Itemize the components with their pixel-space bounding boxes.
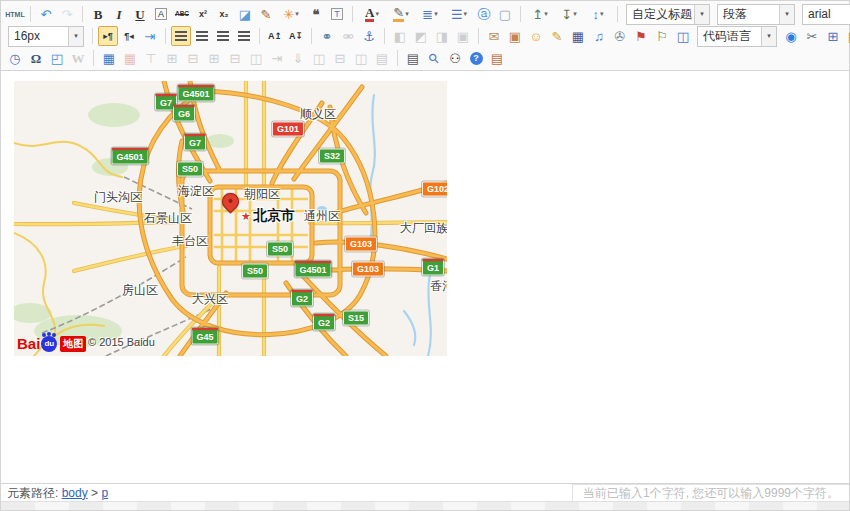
- pagebreak-button[interactable]: ✂: [802, 26, 822, 46]
- justifyjustify-button[interactable]: [234, 26, 254, 46]
- print-button[interactable]: ▤: [403, 48, 423, 68]
- strikethrough-button[interactable]: ABC: [172, 4, 192, 24]
- city-name: 北京市: [253, 207, 295, 225]
- tolowercase-button[interactable]: A↧: [286, 26, 306, 46]
- attachment-button[interactable]: ✇: [610, 26, 630, 46]
- baidu-map-image[interactable]: G4501G7G6G7G101S32G4501S50G102G103S50G1S…: [14, 81, 447, 356]
- undo-button[interactable]: ↶: [36, 4, 56, 24]
- source-button[interactable]: HTML: [5, 4, 25, 24]
- separator: [259, 28, 260, 44]
- formatmatch-button[interactable]: ✎: [256, 4, 276, 24]
- district-label: 石景山区: [144, 210, 192, 227]
- blockquote-button[interactable]: ❝: [306, 4, 326, 24]
- link-button[interactable]: ⚭: [317, 26, 337, 46]
- time-button[interactable]: ◷: [5, 48, 25, 68]
- backcolor-button[interactable]: ✎▾: [387, 4, 415, 24]
- spechars-button[interactable]: Ω: [26, 48, 46, 68]
- imagenone-button: ◧: [390, 26, 410, 46]
- preview-icon: ⚲: [426, 50, 442, 66]
- charts-icon: ▤: [376, 52, 388, 65]
- rowspacingtop-button[interactable]: ↥▾: [526, 4, 554, 24]
- insertunorderedlist-button[interactable]: ☰▾: [445, 4, 473, 24]
- background-button[interactable]: ▨: [844, 26, 850, 46]
- district-label: 顺义区: [300, 106, 336, 123]
- removeformat-button[interactable]: ◪: [235, 4, 255, 24]
- road-badge: G6: [173, 105, 195, 122]
- cleardoc-icon: ▢: [499, 8, 511, 21]
- attachment-icon: ✇: [615, 30, 626, 43]
- element-path-p-link[interactable]: p: [101, 486, 108, 500]
- italic-icon: I: [116, 8, 121, 21]
- music-button[interactable]: ♫: [589, 26, 609, 46]
- emotion-button[interactable]: ☺: [526, 26, 546, 46]
- road-badge: S50: [242, 264, 268, 279]
- rowspacingbottom-icon: ↧: [561, 8, 572, 21]
- strikethrough-icon: ABC: [175, 11, 189, 18]
- fontsize-combo[interactable]: 16px▾: [8, 26, 84, 47]
- underline-button[interactable]: U: [130, 4, 150, 24]
- superscript-icon: x²: [199, 10, 207, 19]
- forecolor-button[interactable]: A▾: [358, 4, 386, 24]
- editing-area[interactable]: G4501G7G6G7G101S32G4501S50G102G103S50G1S…: [1, 71, 849, 484]
- justifycenter-button[interactable]: [192, 26, 212, 46]
- subscript-button[interactable]: x₂: [214, 4, 234, 24]
- imagecenter-icon: ▣: [457, 30, 469, 43]
- lineheight-button[interactable]: ↕▾: [584, 4, 612, 24]
- webapp-button[interactable]: ◉: [781, 26, 801, 46]
- dropdown-arrow-icon: ▾: [600, 10, 604, 18]
- mergedown-icon: ⇓: [293, 52, 304, 65]
- insertorderedlist-button[interactable]: ≣▾: [416, 4, 444, 24]
- element-path-body-link[interactable]: body: [62, 486, 88, 500]
- justifyjustify-icon: [238, 31, 250, 41]
- pasteplain-button[interactable]: T: [327, 4, 347, 24]
- rich-text-editor: HTML↶↷BIUAABCx²x₂◪✎✳▾❝TA▾✎▾≣▾☰▾ⓐ▢↥▾↧▾↕▾自…: [0, 0, 850, 511]
- insertimage-button[interactable]: ▣: [505, 26, 525, 46]
- splittocells-icon: ◫: [313, 52, 325, 65]
- directionalityrtl-button[interactable]: ¶◂: [119, 26, 139, 46]
- help-button[interactable]: ?: [466, 48, 486, 68]
- gmap-button[interactable]: ⚐: [652, 26, 672, 46]
- mergecells-icon: ◫: [250, 52, 262, 65]
- snapscreen-button[interactable]: ◰: [47, 48, 67, 68]
- justifyright-button[interactable]: [213, 26, 233, 46]
- fontborder-button[interactable]: A: [151, 4, 171, 24]
- paragraph-combo[interactable]: 段落▾: [717, 4, 795, 25]
- fontfamily-combo[interactable]: arial▾: [802, 4, 850, 25]
- fontborder-icon: A: [155, 8, 167, 21]
- simpleupload-button[interactable]: ✉: [484, 26, 504, 46]
- customstyle-combo[interactable]: 自定义标题▾: [626, 4, 710, 25]
- italic-button[interactable]: I: [109, 4, 129, 24]
- fontfamily-value: arial: [803, 7, 850, 21]
- searchreplace-button[interactable]: ⚇: [445, 48, 465, 68]
- scrawl-button[interactable]: ✎: [547, 26, 567, 46]
- selectall-button[interactable]: ⓐ: [474, 4, 494, 24]
- insertframe-button[interactable]: ◫: [673, 26, 693, 46]
- searchreplace-icon: ⚇: [449, 52, 461, 65]
- fontsize-value: 16px: [9, 29, 68, 43]
- map-button[interactable]: ⚑: [631, 26, 651, 46]
- indent-button[interactable]: ⇥: [140, 26, 160, 46]
- touppercase-button[interactable]: A↥: [265, 26, 285, 46]
- bold-button[interactable]: B: [88, 4, 108, 24]
- district-label: 朝阳区: [244, 186, 280, 203]
- mergeright-icon: ⇥: [272, 52, 283, 65]
- autotypeset-button[interactable]: ✳▾: [277, 4, 305, 24]
- anchor-button[interactable]: ⚓: [359, 26, 379, 46]
- drafts-button[interactable]: ▤: [487, 48, 507, 68]
- horizontal-scrollbar[interactable]: [1, 501, 849, 510]
- road-badge: G4501: [177, 85, 214, 102]
- rowspacingbottom-button[interactable]: ↧▾: [555, 4, 583, 24]
- insertcode-combo[interactable]: 代码语言▾: [697, 26, 777, 47]
- cleardoc-button[interactable]: ▢: [495, 4, 515, 24]
- insertparagraphbeforetable-button: ⊤: [141, 48, 161, 68]
- inserttable-button[interactable]: ▦: [99, 48, 119, 68]
- justifyleft-button[interactable]: [171, 26, 191, 46]
- pagebreak-icon: ✂: [807, 30, 818, 43]
- directionalityltr-button[interactable]: ▸¶: [98, 26, 118, 46]
- charts-button: ▤: [372, 48, 392, 68]
- superscript-button[interactable]: x²: [193, 4, 213, 24]
- preview-button[interactable]: ⚲: [424, 48, 444, 68]
- insertvideo-button[interactable]: ▦: [568, 26, 588, 46]
- template-button[interactable]: ⊞: [823, 26, 843, 46]
- separator: [30, 6, 31, 22]
